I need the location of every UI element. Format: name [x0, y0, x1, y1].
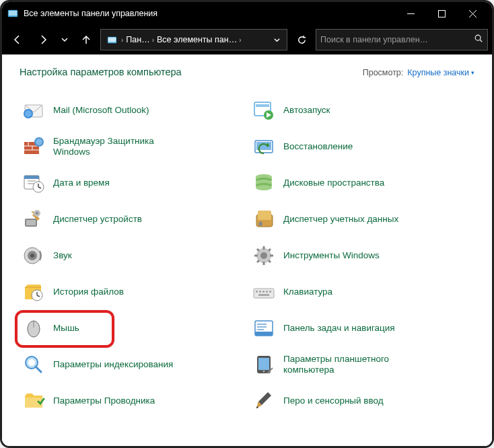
sound-icon	[21, 243, 46, 268]
chevron-right-icon[interactable]: ›	[121, 36, 123, 44]
svg-rect-73	[258, 294, 269, 296]
svg-rect-67	[254, 289, 274, 298]
control-panel-item[interactable]: Дисковые пространства	[250, 165, 474, 201]
svg-rect-69	[259, 291, 261, 293]
autoplay-icon	[251, 98, 277, 123]
svg-line-63	[269, 249, 271, 251]
control-panel-item[interactable]: Диспетчер устройств	[20, 201, 244, 237]
keyboard-icon	[251, 279, 277, 305]
svg-point-87	[263, 371, 265, 373]
address-bar[interactable]: › Пан…› Все элементы пан…›	[100, 29, 287, 50]
search-input[interactable]	[320, 35, 471, 44]
svg-rect-50	[260, 221, 261, 224]
svg-rect-8	[108, 37, 115, 42]
control-panel-item[interactable]: Клавиатура	[250, 274, 474, 310]
control-panel-item[interactable]: Автозапуск	[250, 92, 474, 128]
back-button[interactable]	[6, 28, 29, 51]
svg-rect-78	[255, 332, 273, 336]
view-mode-dropdown[interactable]: Крупные значки	[407, 68, 474, 77]
control-panel-item[interactable]: Дата и время	[20, 165, 244, 201]
item-label: История файлов	[53, 287, 124, 297]
svg-rect-71	[266, 291, 268, 293]
history-icon	[21, 279, 46, 305]
item-label: Звук	[53, 250, 72, 261]
control-panel-item[interactable]: Параметры планшетного компьютера	[250, 346, 474, 383]
item-label: Восстановление	[283, 141, 353, 152]
view-label: Просмотр:	[363, 68, 404, 77]
item-label: Перо и сенсорный ввод	[283, 396, 384, 406]
control-panel-item[interactable]: Параметры индексирования	[20, 346, 244, 383]
indexing-icon	[21, 352, 46, 377]
refresh-button[interactable]	[290, 28, 313, 51]
item-label: Диспетчер устройств	[53, 214, 142, 225]
control-panel-item[interactable]: Mail (Microsoft Outlook)	[20, 92, 244, 128]
credentials-icon	[251, 207, 277, 232]
svg-rect-1	[9, 11, 17, 15]
svg-line-61	[269, 260, 271, 262]
svg-rect-80	[257, 326, 267, 328]
control-panel-item[interactable]: История файлов	[20, 274, 244, 310]
svg-rect-81	[257, 329, 264, 330]
control-panel-item[interactable]: Диспетчер учетных данных	[250, 201, 474, 237]
breadcrumb[interactable]: Пан…›	[126, 35, 154, 44]
svg-point-13	[25, 110, 32, 117]
up-button[interactable]	[75, 28, 98, 51]
control-panel-item[interactable]: Параметры Проводника	[20, 383, 244, 419]
control-panel-icon	[106, 34, 117, 45]
item-label: Мышь	[53, 323, 79, 334]
firewall-icon	[21, 134, 46, 159]
svg-rect-48	[258, 211, 271, 220]
svg-line-60	[257, 249, 259, 251]
svg-line-62	[257, 260, 259, 262]
item-label: Инструменты Windows	[283, 250, 380, 261]
storage-icon	[251, 170, 277, 196]
toolbar: › Пан…› Все элементы пан…›	[2, 25, 492, 54]
explorer-icon	[21, 388, 46, 414]
breadcrumb[interactable]: Все элементы пан…›	[157, 35, 241, 44]
tools-icon	[251, 243, 277, 268]
svg-point-45	[36, 212, 38, 215]
item-label: Дисковые пространства	[283, 178, 384, 188]
svg-line-10	[480, 40, 482, 42]
svg-point-24	[36, 139, 42, 145]
control-panel-item[interactable]: Брандмауэр Защитника Windows	[20, 128, 244, 165]
control-panel-item[interactable]: Мышь	[20, 310, 244, 346]
item-label: Клавиатура	[283, 287, 332, 297]
maximize-button[interactable]	[426, 2, 457, 25]
page-title: Настройка параметров компьютера	[20, 67, 182, 77]
svg-rect-43	[26, 220, 36, 225]
item-label: Панель задач и навигация	[283, 323, 395, 334]
item-label: Брандмауэр Защитника Windows	[53, 136, 174, 157]
control-panel-item[interactable]: Восстановление	[250, 128, 474, 165]
svg-point-55	[260, 252, 267, 259]
control-panel-item[interactable]: Панель задач и навигация	[250, 310, 474, 346]
tablet-icon	[251, 352, 277, 377]
mouse-icon	[21, 315, 46, 341]
svg-line-83	[36, 367, 41, 372]
item-label: Автозапуск	[283, 105, 330, 116]
taskbar-icon	[251, 315, 277, 341]
svg-rect-29	[24, 176, 39, 179]
recent-dropdown[interactable]	[57, 28, 72, 51]
control-panel-item[interactable]: Инструменты Windows	[250, 237, 474, 274]
titlebar: Все элементы панели управления	[2, 2, 492, 25]
forward-button[interactable]	[32, 28, 55, 51]
search-box[interactable]	[316, 29, 488, 50]
svg-point-84	[28, 359, 35, 366]
svg-rect-72	[269, 291, 271, 293]
control-panel-icon	[7, 8, 18, 19]
item-label: Параметры индексирования	[53, 359, 173, 370]
close-button[interactable]	[457, 2, 488, 25]
control-panel-item[interactable]: Звук	[20, 237, 244, 274]
item-label: Параметры Проводника	[53, 396, 155, 406]
control-panel-item[interactable]: Перо и сенсорный ввод	[250, 383, 474, 419]
svg-rect-3	[438, 10, 445, 17]
items-grid: Mail (Microsoft Outlook)АвтозапускБрандм…	[20, 92, 474, 419]
svg-rect-86	[258, 358, 269, 370]
minimize-button[interactable]	[395, 2, 426, 25]
svg-point-41	[256, 185, 272, 190]
search-icon[interactable]	[474, 34, 483, 46]
mail-icon	[21, 98, 46, 123]
content-area: Настройка параметров компьютера Просмотр…	[2, 54, 492, 446]
address-dropdown[interactable]	[269, 28, 284, 51]
